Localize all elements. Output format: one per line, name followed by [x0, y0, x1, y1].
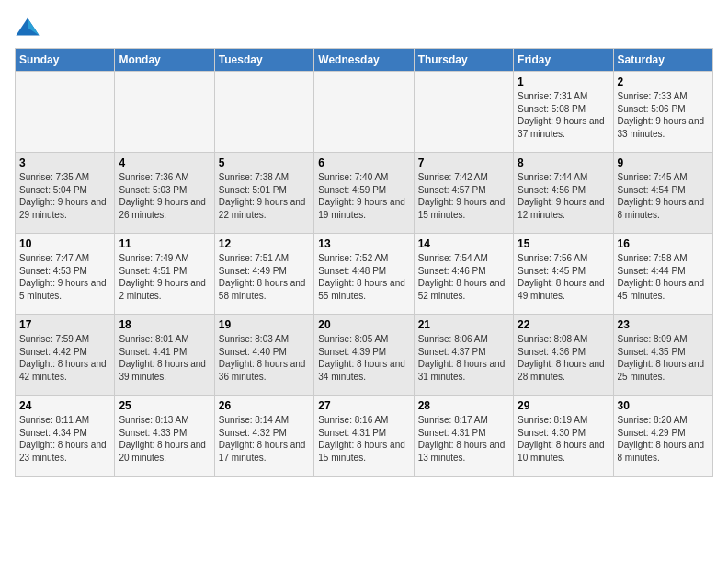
calendar-cell: 1Sunrise: 7:31 AMSunset: 5:08 PMDaylight… [514, 72, 613, 153]
day-number: 25 [119, 399, 210, 412]
day-number: 4 [119, 156, 210, 169]
calendar-cell: 26Sunrise: 8:14 AMSunset: 4:32 PMDayligh… [214, 396, 313, 477]
day-info: Sunrise: 7:45 AMSunset: 4:54 PMDaylight:… [618, 171, 709, 221]
day-number: 27 [318, 399, 409, 412]
day-number: 5 [219, 156, 310, 169]
day-number: 11 [119, 237, 210, 250]
day-info: Sunrise: 8:13 AMSunset: 4:33 PMDaylight:… [119, 414, 210, 464]
day-info: Sunrise: 7:33 AMSunset: 5:06 PMDaylight:… [618, 90, 709, 140]
calendar-header-row: SundayMondayTuesdayWednesdayThursdayFrid… [16, 49, 713, 72]
day-number: 14 [418, 237, 509, 250]
day-info: Sunrise: 8:09 AMSunset: 4:35 PMDaylight:… [618, 333, 709, 383]
calendar-cell: 21Sunrise: 8:06 AMSunset: 4:37 PMDayligh… [414, 315, 513, 396]
calendar-cell: 8Sunrise: 7:44 AMSunset: 4:56 PMDaylight… [514, 153, 613, 234]
calendar-cell: 29Sunrise: 8:19 AMSunset: 4:30 PMDayligh… [514, 396, 613, 477]
day-info: Sunrise: 8:06 AMSunset: 4:37 PMDaylight:… [418, 333, 509, 383]
calendar-cell: 9Sunrise: 7:45 AMSunset: 4:54 PMDaylight… [613, 153, 712, 234]
col-header-tuesday: Tuesday [214, 49, 313, 72]
calendar-cell: 11Sunrise: 7:49 AMSunset: 4:51 PMDayligh… [115, 234, 214, 315]
day-info: Sunrise: 8:17 AMSunset: 4:31 PMDaylight:… [418, 414, 509, 464]
day-info: Sunrise: 8:16 AMSunset: 4:31 PMDaylight:… [318, 414, 409, 464]
calendar-cell: 19Sunrise: 8:03 AMSunset: 4:40 PMDayligh… [214, 315, 313, 396]
week-row-2: 3Sunrise: 7:35 AMSunset: 5:04 PMDaylight… [16, 153, 713, 234]
day-info: Sunrise: 8:14 AMSunset: 4:32 PMDaylight:… [219, 414, 310, 464]
day-number: 6 [318, 156, 409, 169]
day-number: 8 [518, 156, 609, 169]
day-info: Sunrise: 7:42 AMSunset: 4:57 PMDaylight:… [418, 171, 509, 221]
day-number: 23 [618, 318, 709, 331]
calendar-cell [115, 72, 214, 153]
col-header-monday: Monday [115, 49, 214, 72]
day-number: 12 [219, 237, 310, 250]
calendar-cell [214, 72, 313, 153]
day-info: Sunrise: 7:54 AMSunset: 4:46 PMDaylight:… [418, 252, 509, 302]
day-info: Sunrise: 7:38 AMSunset: 5:01 PMDaylight:… [219, 171, 310, 221]
col-header-friday: Friday [514, 49, 613, 72]
logo-icon [15, 15, 40, 40]
day-info: Sunrise: 7:36 AMSunset: 5:03 PMDaylight:… [119, 171, 210, 221]
logo [15, 15, 44, 40]
day-info: Sunrise: 7:31 AMSunset: 5:08 PMDaylight:… [518, 90, 609, 140]
day-number: 28 [418, 399, 509, 412]
day-number: 9 [618, 156, 709, 169]
calendar-cell: 2Sunrise: 7:33 AMSunset: 5:06 PMDaylight… [613, 72, 712, 153]
calendar-cell: 3Sunrise: 7:35 AMSunset: 5:04 PMDaylight… [16, 153, 115, 234]
day-info: Sunrise: 7:35 AMSunset: 5:04 PMDaylight:… [19, 171, 110, 221]
day-number: 10 [19, 237, 110, 250]
col-header-wednesday: Wednesday [314, 49, 414, 72]
day-info: Sunrise: 7:44 AMSunset: 4:56 PMDaylight:… [518, 171, 609, 221]
day-number: 24 [19, 399, 110, 412]
day-info: Sunrise: 7:56 AMSunset: 4:45 PMDaylight:… [518, 252, 609, 302]
page-header [15, 15, 713, 40]
day-number: 30 [618, 399, 709, 412]
day-info: Sunrise: 7:58 AMSunset: 4:44 PMDaylight:… [618, 252, 709, 302]
calendar-cell: 14Sunrise: 7:54 AMSunset: 4:46 PMDayligh… [414, 234, 513, 315]
day-info: Sunrise: 8:11 AMSunset: 4:34 PMDaylight:… [19, 414, 110, 464]
day-number: 2 [618, 75, 709, 88]
day-number: 21 [418, 318, 509, 331]
day-number: 18 [119, 318, 210, 331]
calendar-cell: 22Sunrise: 8:08 AMSunset: 4:36 PMDayligh… [514, 315, 613, 396]
week-row-3: 10Sunrise: 7:47 AMSunset: 4:53 PMDayligh… [16, 234, 713, 315]
day-info: Sunrise: 8:20 AMSunset: 4:29 PMDaylight:… [618, 414, 709, 464]
calendar-cell: 18Sunrise: 8:01 AMSunset: 4:41 PMDayligh… [115, 315, 214, 396]
day-info: Sunrise: 7:51 AMSunset: 4:49 PMDaylight:… [219, 252, 310, 302]
day-number: 3 [19, 156, 110, 169]
col-header-sunday: Sunday [16, 49, 115, 72]
day-number: 19 [219, 318, 310, 331]
day-number: 16 [618, 237, 709, 250]
calendar-cell: 10Sunrise: 7:47 AMSunset: 4:53 PMDayligh… [16, 234, 115, 315]
calendar-cell: 13Sunrise: 7:52 AMSunset: 4:48 PMDayligh… [314, 234, 414, 315]
calendar-cell: 23Sunrise: 8:09 AMSunset: 4:35 PMDayligh… [613, 315, 712, 396]
day-info: Sunrise: 8:08 AMSunset: 4:36 PMDaylight:… [518, 333, 609, 383]
calendar-cell: 30Sunrise: 8:20 AMSunset: 4:29 PMDayligh… [613, 396, 712, 477]
day-number: 26 [219, 399, 310, 412]
day-info: Sunrise: 7:52 AMSunset: 4:48 PMDaylight:… [318, 252, 409, 302]
calendar-cell: 4Sunrise: 7:36 AMSunset: 5:03 PMDaylight… [115, 153, 214, 234]
day-info: Sunrise: 8:01 AMSunset: 4:41 PMDaylight:… [119, 333, 210, 383]
day-info: Sunrise: 7:59 AMSunset: 4:42 PMDaylight:… [19, 333, 110, 383]
day-info: Sunrise: 8:03 AMSunset: 4:40 PMDaylight:… [219, 333, 310, 383]
day-info: Sunrise: 7:47 AMSunset: 4:53 PMDaylight:… [19, 252, 110, 302]
day-info: Sunrise: 8:19 AMSunset: 4:30 PMDaylight:… [518, 414, 609, 464]
day-number: 1 [518, 75, 609, 88]
day-number: 22 [518, 318, 609, 331]
calendar-table: SundayMondayTuesdayWednesdayThursdayFrid… [15, 48, 713, 477]
day-info: Sunrise: 8:05 AMSunset: 4:39 PMDaylight:… [318, 333, 409, 383]
week-row-4: 17Sunrise: 7:59 AMSunset: 4:42 PMDayligh… [16, 315, 713, 396]
calendar-cell: 17Sunrise: 7:59 AMSunset: 4:42 PMDayligh… [16, 315, 115, 396]
day-number: 17 [19, 318, 110, 331]
calendar-cell: 16Sunrise: 7:58 AMSunset: 4:44 PMDayligh… [613, 234, 712, 315]
col-header-saturday: Saturday [613, 49, 712, 72]
day-info: Sunrise: 7:49 AMSunset: 4:51 PMDaylight:… [119, 252, 210, 302]
calendar-cell: 7Sunrise: 7:42 AMSunset: 4:57 PMDaylight… [414, 153, 513, 234]
calendar-cell: 25Sunrise: 8:13 AMSunset: 4:33 PMDayligh… [115, 396, 214, 477]
calendar-cell: 5Sunrise: 7:38 AMSunset: 5:01 PMDaylight… [214, 153, 313, 234]
calendar-cell [414, 72, 513, 153]
day-number: 7 [418, 156, 509, 169]
calendar-cell: 15Sunrise: 7:56 AMSunset: 4:45 PMDayligh… [514, 234, 613, 315]
week-row-5: 24Sunrise: 8:11 AMSunset: 4:34 PMDayligh… [16, 396, 713, 477]
calendar-cell: 20Sunrise: 8:05 AMSunset: 4:39 PMDayligh… [314, 315, 414, 396]
week-row-1: 1Sunrise: 7:31 AMSunset: 5:08 PMDaylight… [16, 72, 713, 153]
day-number: 20 [318, 318, 409, 331]
